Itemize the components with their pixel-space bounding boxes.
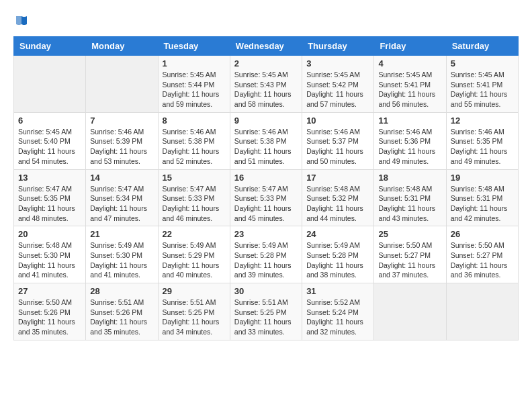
day-number: 11 (378, 116, 441, 126)
weekday-header: Friday (374, 37, 446, 56)
day-info: Sunrise: 5:46 AMSunset: 5:38 PMDaylight:… (234, 127, 298, 167)
weekday-header: Saturday (446, 37, 518, 56)
day-number: 26 (451, 229, 514, 239)
weekday-header: Sunday (14, 37, 86, 56)
day-info: Sunrise: 5:47 AMSunset: 5:33 PMDaylight:… (163, 184, 226, 224)
day-number: 19 (451, 173, 514, 183)
day-info: Sunrise: 5:50 AMSunset: 5:26 PMDaylight:… (18, 298, 81, 337)
calendar-day-cell: 18Sunrise: 5:48 AMSunset: 5:31 PMDayligh… (374, 169, 446, 226)
day-info: Sunrise: 5:49 AMSunset: 5:28 PMDaylight:… (306, 240, 369, 280)
day-info: Sunrise: 5:45 AMSunset: 5:42 PMDaylight:… (306, 70, 369, 109)
calendar-day-cell: 29Sunrise: 5:51 AMSunset: 5:25 PMDayligh… (158, 283, 230, 340)
day-info: Sunrise: 5:49 AMSunset: 5:30 PMDaylight:… (90, 240, 153, 280)
day-info: Sunrise: 5:48 AMSunset: 5:31 PMDaylight:… (451, 184, 514, 224)
page-header (13, 13, 519, 30)
calendar-day-cell: 7Sunrise: 5:46 AMSunset: 5:39 PMDaylight… (86, 112, 158, 169)
calendar-day-cell: 23Sunrise: 5:49 AMSunset: 5:28 PMDayligh… (230, 226, 302, 283)
weekday-header: Wednesday (230, 37, 302, 56)
day-info: Sunrise: 5:46 AMSunset: 5:35 PMDaylight:… (451, 127, 514, 167)
calendar-day-cell: 11Sunrise: 5:46 AMSunset: 5:36 PMDayligh… (374, 112, 446, 169)
calendar-table: SundayMondayTuesdayWednesdayThursdayFrid… (13, 36, 519, 340)
day-info: Sunrise: 5:51 AMSunset: 5:25 PMDaylight:… (234, 298, 298, 337)
day-number: 22 (163, 229, 226, 239)
calendar-day-cell: 1Sunrise: 5:45 AMSunset: 5:44 PMDaylight… (158, 56, 230, 113)
day-info: Sunrise: 5:47 AMSunset: 5:34 PMDaylight:… (90, 184, 153, 224)
calendar-day-cell: 26Sunrise: 5:50 AMSunset: 5:27 PMDayligh… (446, 226, 518, 283)
calendar-day-cell: 21Sunrise: 5:49 AMSunset: 5:30 PMDayligh… (86, 226, 158, 283)
day-number: 12 (451, 116, 514, 126)
calendar-day-cell: 22Sunrise: 5:49 AMSunset: 5:29 PMDayligh… (158, 226, 230, 283)
day-info: Sunrise: 5:46 AMSunset: 5:36 PMDaylight:… (378, 127, 441, 167)
day-info: Sunrise: 5:48 AMSunset: 5:32 PMDaylight:… (306, 184, 369, 224)
day-info: Sunrise: 5:45 AMSunset: 5:41 PMDaylight:… (451, 70, 514, 109)
day-info: Sunrise: 5:46 AMSunset: 5:37 PMDaylight:… (306, 127, 369, 167)
calendar-day-cell: 27Sunrise: 5:50 AMSunset: 5:26 PMDayligh… (14, 283, 86, 340)
calendar-day-cell: 13Sunrise: 5:47 AMSunset: 5:35 PMDayligh… (14, 169, 86, 226)
day-info: Sunrise: 5:49 AMSunset: 5:28 PMDaylight:… (234, 240, 298, 280)
calendar-day-cell: 15Sunrise: 5:47 AMSunset: 5:33 PMDayligh… (158, 169, 230, 226)
day-number: 14 (90, 173, 153, 183)
day-info: Sunrise: 5:50 AMSunset: 5:27 PMDaylight:… (378, 240, 441, 280)
weekday-header: Tuesday (158, 37, 230, 56)
day-info: Sunrise: 5:51 AMSunset: 5:25 PMDaylight:… (163, 298, 226, 337)
day-number: 8 (163, 116, 226, 126)
day-info: Sunrise: 5:45 AMSunset: 5:44 PMDaylight:… (163, 70, 226, 109)
logo-icon (13, 13, 30, 30)
day-info: Sunrise: 5:48 AMSunset: 5:31 PMDaylight:… (378, 184, 441, 224)
day-number: 21 (90, 229, 153, 239)
day-info: Sunrise: 5:49 AMSunset: 5:29 PMDaylight:… (163, 240, 226, 280)
day-number: 10 (306, 116, 369, 126)
day-number: 17 (306, 173, 369, 183)
day-number: 13 (18, 173, 81, 183)
logo (13, 13, 32, 30)
calendar-day-cell: 20Sunrise: 5:48 AMSunset: 5:30 PMDayligh… (14, 226, 86, 283)
day-number: 24 (306, 229, 369, 239)
day-number: 20 (18, 229, 81, 239)
day-number: 3 (306, 58, 369, 68)
calendar-day-cell: 8Sunrise: 5:46 AMSunset: 5:38 PMDaylight… (158, 112, 230, 169)
calendar-day-cell: 14Sunrise: 5:47 AMSunset: 5:34 PMDayligh… (86, 169, 158, 226)
calendar-header-row: SundayMondayTuesdayWednesdayThursdayFrid… (14, 37, 519, 56)
calendar-day-cell: 30Sunrise: 5:51 AMSunset: 5:25 PMDayligh… (230, 283, 302, 340)
day-info: Sunrise: 5:52 AMSunset: 5:24 PMDaylight:… (306, 298, 369, 337)
day-number: 28 (90, 286, 153, 296)
day-number: 18 (378, 173, 441, 183)
calendar-day-cell: 31Sunrise: 5:52 AMSunset: 5:24 PMDayligh… (302, 283, 374, 340)
calendar-day-cell (86, 56, 158, 113)
day-number: 6 (18, 116, 81, 126)
day-info: Sunrise: 5:45 AMSunset: 5:43 PMDaylight:… (234, 70, 298, 109)
weekday-header: Monday (86, 37, 158, 56)
day-number: 1 (163, 58, 226, 68)
day-info: Sunrise: 5:50 AMSunset: 5:27 PMDaylight:… (451, 240, 514, 280)
day-number: 23 (234, 229, 298, 239)
calendar-day-cell: 3Sunrise: 5:45 AMSunset: 5:42 PMDaylight… (302, 56, 374, 113)
day-number: 29 (163, 286, 226, 296)
day-number: 15 (163, 173, 226, 183)
day-number: 27 (18, 286, 81, 296)
calendar-week-row: 27Sunrise: 5:50 AMSunset: 5:26 PMDayligh… (14, 283, 519, 340)
day-number: 25 (378, 229, 441, 239)
calendar-day-cell: 19Sunrise: 5:48 AMSunset: 5:31 PMDayligh… (446, 169, 518, 226)
calendar-week-row: 13Sunrise: 5:47 AMSunset: 5:35 PMDayligh… (14, 169, 519, 226)
day-info: Sunrise: 5:48 AMSunset: 5:30 PMDaylight:… (18, 240, 81, 280)
calendar-week-row: 6Sunrise: 5:45 AMSunset: 5:40 PMDaylight… (14, 112, 519, 169)
calendar-day-cell: 5Sunrise: 5:45 AMSunset: 5:41 PMDaylight… (446, 56, 518, 113)
day-number: 9 (234, 116, 298, 126)
calendar-day-cell (446, 283, 518, 340)
calendar-day-cell: 9Sunrise: 5:46 AMSunset: 5:38 PMDaylight… (230, 112, 302, 169)
day-number: 16 (234, 173, 298, 183)
calendar-day-cell: 2Sunrise: 5:45 AMSunset: 5:43 PMDaylight… (230, 56, 302, 113)
calendar-day-cell: 12Sunrise: 5:46 AMSunset: 5:35 PMDayligh… (446, 112, 518, 169)
calendar-day-cell: 4Sunrise: 5:45 AMSunset: 5:41 PMDaylight… (374, 56, 446, 113)
day-info: Sunrise: 5:51 AMSunset: 5:26 PMDaylight:… (90, 298, 153, 337)
day-number: 31 (306, 286, 369, 296)
calendar-day-cell (14, 56, 86, 113)
calendar-day-cell: 10Sunrise: 5:46 AMSunset: 5:37 PMDayligh… (302, 112, 374, 169)
day-info: Sunrise: 5:47 AMSunset: 5:35 PMDaylight:… (18, 184, 81, 224)
day-number: 5 (451, 58, 514, 68)
calendar-day-cell: 16Sunrise: 5:47 AMSunset: 5:33 PMDayligh… (230, 169, 302, 226)
day-info: Sunrise: 5:46 AMSunset: 5:38 PMDaylight:… (163, 127, 226, 167)
day-number: 30 (234, 286, 298, 296)
calendar-day-cell: 6Sunrise: 5:45 AMSunset: 5:40 PMDaylight… (14, 112, 86, 169)
calendar-day-cell: 28Sunrise: 5:51 AMSunset: 5:26 PMDayligh… (86, 283, 158, 340)
